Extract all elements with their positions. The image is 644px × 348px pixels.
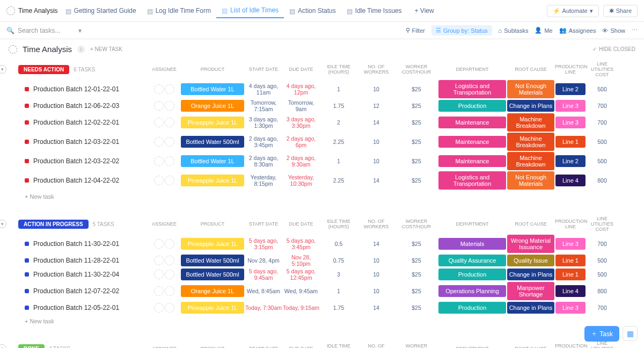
due-date[interactable]: Tomorrow, 9am — [282, 99, 320, 112]
new-task-fab[interactable]: ＋Task — [584, 326, 619, 342]
assignee-cell[interactable] — [148, 286, 180, 296]
product-chip[interactable]: Orange Juice 1L — [181, 285, 244, 297]
tab-log-idle-time-form[interactable]: ▤Log Idle Time Form — [142, 3, 216, 18]
root-cause-chip[interactable]: Change in Plans — [507, 100, 554, 112]
root-cause-chip[interactable]: Not Enough Materials — [507, 80, 554, 98]
root-cause-chip[interactable]: Not Enough Materials — [507, 171, 554, 190]
column-header[interactable]: WORKER COST/HOUR — [395, 219, 438, 229]
column-header[interactable]: ASSIGNEE — [148, 67, 180, 72]
column-header[interactable]: DUE DATE — [282, 346, 320, 348]
column-header[interactable]: NO. OF WORKERS — [357, 64, 395, 75]
due-date[interactable]: 5 days ago, 12:45pm — [282, 268, 320, 281]
department-chip[interactable]: Quality Assurance — [438, 255, 506, 266]
product-chip[interactable]: Bottled Water 500ml — [181, 136, 244, 148]
department-chip[interactable]: Production — [438, 269, 506, 280]
new-task-button[interactable]: + NEW TASK — [90, 46, 122, 52]
start-date[interactable]: 2 days ago, 8:30am — [245, 155, 282, 168]
column-header[interactable]: WORKER COST/HOUR — [395, 64, 438, 75]
department-chip[interactable]: Maintenance — [438, 136, 506, 148]
product-chip[interactable]: Pineapple Juice 1L — [181, 175, 244, 186]
column-header[interactable]: DUE DATE — [282, 67, 320, 72]
line-chip[interactable]: Line 2 — [555, 83, 586, 95]
start-date[interactable]: 2 days ago, 3:45pm — [245, 135, 282, 148]
column-header[interactable]: ASSIGNEE — [148, 221, 180, 227]
due-date[interactable]: Today, 9:15am — [282, 305, 320, 311]
column-header[interactable]: ROOT CAUSE — [507, 221, 555, 227]
product-chip[interactable]: Orange Juice 1L — [181, 100, 244, 112]
due-date[interactable]: 3 days ago, 3:30pm — [282, 116, 320, 129]
column-header[interactable]: PRODUCTION LINE — [555, 64, 586, 75]
column-header[interactable]: PRODUCT — [180, 221, 245, 227]
column-header[interactable]: NO. OF WORKERS — [357, 343, 395, 348]
automate-button[interactable]: ⚡ Automate ▾ — [547, 5, 599, 17]
start-date[interactable]: Wed, 8:45am — [245, 288, 282, 294]
table-row[interactable]: Production Batch 11-30-22-04Bottled Wate… — [9, 267, 635, 281]
root-cause-chip[interactable]: Change in Plans — [507, 269, 554, 280]
department-chip[interactable]: Maintenance — [438, 155, 506, 167]
status-pill[interactable]: ACTION IN PROGRESS — [18, 220, 89, 229]
table-row[interactable]: Production Batch 12-06-22-03Orange Juice… — [9, 99, 635, 113]
line-chip[interactable]: Line 1 — [555, 269, 586, 280]
column-header[interactable]: NO. OF WORKERS — [357, 219, 395, 229]
department-chip[interactable]: Operations Planning — [438, 285, 506, 297]
column-header[interactable]: LINE UTILITIES COST — [586, 216, 618, 232]
due-date[interactable]: 2 days ago, 9:30am — [282, 155, 320, 168]
table-row[interactable]: Production Batch 12-02-22-01Pineapple Ju… — [9, 113, 635, 132]
assignee-cell[interactable] — [148, 239, 180, 249]
due-date[interactable]: Wed, 9:45am — [282, 288, 320, 294]
product-chip[interactable]: Pineapple Juice 1L — [181, 117, 244, 128]
column-header[interactable]: START DATE — [245, 67, 282, 72]
table-row[interactable]: Production Batch 12-01-22-01Bottled Wate… — [9, 79, 635, 99]
status-pill[interactable]: DONE — [18, 344, 45, 349]
root-cause-chip[interactable]: Machine Breakdown — [507, 133, 554, 151]
new-task-row[interactable]: + New task — [9, 190, 635, 203]
due-date[interactable]: Nov 28, 5:10pm — [282, 254, 320, 267]
assignee-cell[interactable] — [148, 303, 180, 313]
me-button[interactable]: 👤Me — [535, 27, 552, 34]
root-cause-chip[interactable]: Manpower Shortage — [507, 282, 554, 300]
tab-action-status[interactable]: ▤Action Status — [284, 3, 341, 18]
line-chip[interactable]: Line 4 — [555, 285, 586, 297]
due-date[interactable]: 4 days ago, 12pm — [282, 83, 320, 96]
assignee-cell[interactable] — [148, 118, 180, 127]
start-date[interactable]: 5 days ago, 9:45am — [245, 268, 282, 281]
department-chip[interactable]: Materials — [438, 238, 506, 250]
column-header[interactable]: START DATE — [245, 346, 282, 348]
table-row[interactable]: Production Batch 12-03-22-01Bottled Wate… — [9, 132, 635, 151]
new-task-row[interactable]: + New task — [9, 315, 635, 328]
assignee-cell[interactable] — [148, 270, 180, 279]
share-button[interactable]: ✱ Share — [603, 5, 638, 17]
product-chip[interactable]: Bottled Water 1L — [181, 155, 244, 167]
column-header[interactable]: LINE UTILITIES COST — [586, 340, 618, 348]
start-date[interactable]: Today, 7:30am — [245, 305, 282, 311]
table-row[interactable]: Production Batch 12-07-22-02Orange Juice… — [9, 281, 635, 301]
line-chip[interactable]: Line 3 — [555, 238, 586, 250]
add-view-button[interactable]: + View — [409, 4, 440, 18]
assignee-cell[interactable] — [148, 84, 180, 94]
root-cause-chip[interactable]: Change in Plans — [507, 302, 554, 314]
workspace-title[interactable]: Time Analysis — [6, 6, 58, 15]
line-chip[interactable]: Line 3 — [555, 100, 586, 112]
assignee-cell[interactable] — [148, 137, 180, 147]
column-header[interactable]: PRODUCTION LINE — [555, 343, 586, 348]
line-chip[interactable]: Line 2 — [555, 155, 586, 167]
apps-fab[interactable]: ▦ — [623, 326, 638, 341]
product-chip[interactable]: Bottled Water 500ml — [181, 255, 244, 266]
subtasks-button[interactable]: ⌂Subtasks — [499, 27, 529, 34]
tab-getting-started-guide[interactable]: ▤Getting Started Guide — [60, 3, 142, 18]
department-chip[interactable]: Maintenance — [438, 117, 506, 128]
column-header[interactable]: START DATE — [245, 221, 282, 227]
filter-button[interactable]: ⚲Filter — [406, 27, 425, 34]
column-header[interactable]: LINE UTILITIES COST — [586, 61, 618, 77]
assignee-cell[interactable] — [148, 156, 180, 166]
column-header[interactable]: IDLE TIME (HOURS) — [320, 64, 357, 75]
root-cause-chip[interactable]: Quality Issue — [507, 255, 554, 266]
collapse-icon[interactable]: ▾ — [0, 344, 6, 348]
show-button[interactable]: 👁Show — [602, 27, 625, 34]
root-cause-chip[interactable]: Machine Breakdown — [507, 113, 554, 132]
root-cause-chip[interactable]: Machine Breakdown — [507, 152, 554, 170]
column-header[interactable]: DUE DATE — [282, 221, 320, 227]
product-chip[interactable]: Pineapple Juice 1L — [181, 238, 244, 250]
root-cause-chip[interactable]: Wrong Material Issuance — [507, 235, 554, 253]
table-row[interactable]: Production Batch 11-28-22-01Bottled Wate… — [9, 253, 635, 267]
